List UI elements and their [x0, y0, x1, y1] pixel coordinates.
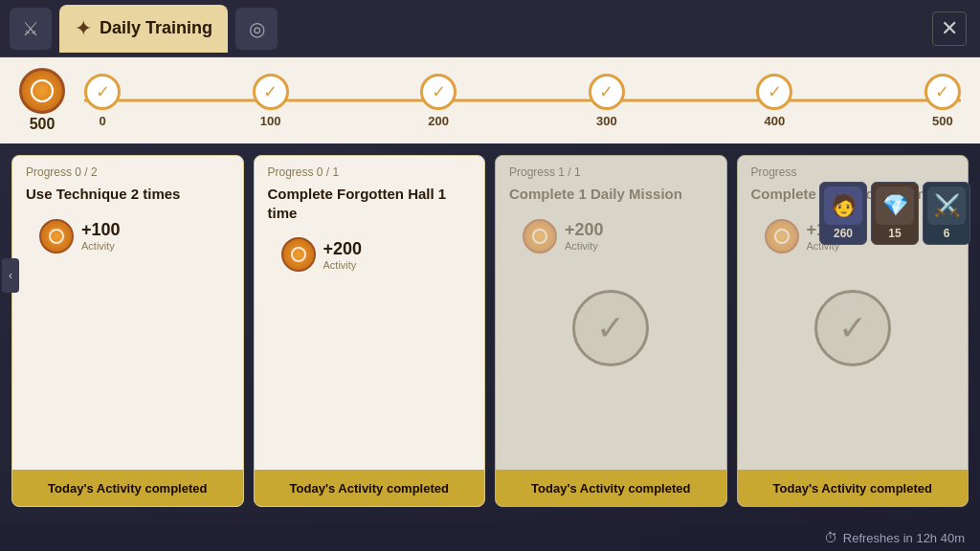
close-icon: ✕ [941, 16, 958, 41]
progress-area: 500 ✓ 0 ✓ 100 ✓ [0, 57, 980, 143]
reward-icon-inner-1 [291, 247, 306, 262]
reward-text-2: +200 Activity [565, 220, 604, 252]
reward-text-0: +100 Activity [81, 220, 121, 252]
card-body-2: Progress 1 / 1 Complete 1 Daily Mission … [496, 156, 726, 470]
reward-icon-inner-2 [532, 229, 547, 244]
refresh-text: ⏱ Refreshes in 12h 40m [824, 530, 965, 545]
reward-area-2: +200 Activity [509, 211, 713, 261]
card-body-1: Progress 0 / 1 Complete Forgotten Hall 1… [255, 156, 485, 470]
reward-item-0: 🧑 260 [819, 182, 867, 245]
points-icon-inner [31, 79, 54, 102]
reward-amount-1: +200 [323, 239, 363, 259]
reward-type-0: Activity [81, 240, 121, 252]
current-points-value: 500 [30, 116, 56, 133]
left-tab-icon: ⚔ [22, 17, 39, 40]
milestone-label-3: 300 [596, 114, 617, 128]
right-tab-icon: ◎ [249, 17, 265, 40]
reward-popup: 🧑 260 💎 15 ⚔️ 6 [819, 182, 970, 245]
reward-icon-0 [39, 219, 74, 253]
reward-item-icon-0: 🧑 [824, 187, 862, 225]
reward-item-1: 💎 15 [871, 182, 919, 245]
footer-text-2: Today's Activity completed [531, 481, 690, 496]
progress-label-3: Progress [751, 165, 955, 179]
reward-amount-2: +200 [565, 220, 604, 240]
top-bar: ⚔ ✦ Daily Training ◎ ✕ [0, 0, 980, 57]
close-button[interactable]: ✕ [932, 11, 967, 46]
daily-training-icon: ✦ [75, 16, 92, 41]
milestone-label-1: 100 [260, 114, 281, 128]
milestone-0: ✓ 0 [84, 74, 121, 128]
refresh-label: Refreshes in 12h 40m [843, 531, 965, 545]
clock-icon: ⏱ [824, 530, 837, 545]
daily-training-tab[interactable]: ✦ Daily Training [59, 5, 228, 53]
completed-overlay-2: ✓ [572, 290, 649, 366]
milestone-5: ✓ 500 [924, 74, 961, 128]
nav-arrow[interactable]: ‹ [2, 258, 19, 293]
milestone-label-4: 400 [765, 114, 786, 128]
tab-icon-left[interactable]: ⚔ [10, 8, 52, 50]
reward-icon-inner-3 [774, 229, 790, 244]
completed-check-2: ✓ [596, 308, 625, 348]
reward-area-1: +200 Activity [268, 230, 472, 279]
milestone-track: ✓ 0 ✓ 100 ✓ 200 [84, 72, 961, 129]
reward-item-2: ⚔️ 6 [923, 182, 970, 245]
milestone-check-2: ✓ [432, 81, 446, 102]
milestone-2: ✓ 200 [420, 74, 457, 128]
task-card-0: Progress 0 / 2 Use Technique 2 times +10… [11, 155, 244, 507]
milestone-circle-1: ✓ [253, 74, 289, 110]
reward-item-icon-2: ⚔️ [927, 187, 966, 225]
milestone-circle-5: ✓ [924, 74, 961, 110]
milestone-check-4: ✓ [768, 81, 782, 102]
completed-overlay-3: ✓ [814, 290, 891, 366]
milestone-check-3: ✓ [599, 81, 613, 102]
main-container: ⚔ ✦ Daily Training ◎ ✕ 500 ✓ [0, 0, 980, 551]
completed-check-3: ✓ [838, 308, 867, 348]
milestone-circle-2: ✓ [420, 74, 457, 110]
card-footer-1[interactable]: Today's Activity completed [255, 470, 485, 506]
footer-text-3: Today's Activity completed [773, 481, 932, 496]
progress-label-2: Progress 1 / 1 [509, 165, 713, 179]
reward-item-count-1: 15 [888, 227, 901, 240]
card-body-0: Progress 0 / 2 Use Technique 2 times +10… [12, 156, 243, 470]
reward-icon-1 [281, 237, 316, 272]
reward-item-count-0: 260 [834, 227, 853, 240]
milestone-circle-0: ✓ [84, 74, 121, 110]
reward-item-count-2: 6 [944, 227, 950, 240]
footer-text-1: Today's Activity completed [290, 481, 449, 496]
milestone-3: ✓ 300 [589, 74, 625, 128]
milestone-check-5: ✓ [935, 81, 949, 102]
reward-area-0: +100 Activity [26, 211, 230, 261]
task-title-2: Complete 1 Daily Mission [509, 185, 713, 204]
footer-text-0: Today's Activity completed [48, 481, 207, 496]
reward-text-1: +200 Activity [323, 239, 363, 271]
milestone-1: ✓ 100 [253, 74, 289, 128]
reward-icon-inner-0 [49, 229, 64, 244]
task-title-1: Complete Forgotten Hall 1 time [268, 185, 472, 222]
milestone-label-2: 200 [428, 114, 449, 128]
milestones: ✓ 0 ✓ 100 ✓ 200 [84, 74, 961, 128]
reward-icon-3 [765, 219, 799, 253]
milestone-label-5: 500 [932, 114, 953, 128]
points-icon [19, 68, 65, 114]
milestone-check-0: ✓ [96, 81, 110, 102]
card-footer-3[interactable]: Today's Activity completed [738, 470, 969, 506]
card-footer-2[interactable]: Today's Activity completed [496, 470, 726, 506]
task-title-0: Use Technique 2 times [26, 185, 230, 204]
progress-label-1: Progress 0 / 1 [268, 165, 472, 179]
reward-type-1: Activity [323, 259, 363, 271]
milestone-circle-3: ✓ [589, 74, 625, 110]
nav-arrow-icon: ‹ [9, 269, 12, 282]
reward-amount-0: +100 [81, 220, 121, 240]
task-card-2: Progress 1 / 1 Complete 1 Daily Mission … [495, 155, 727, 507]
tab-right[interactable]: ◎ [235, 8, 278, 50]
milestone-circle-4: ✓ [756, 74, 792, 110]
milestone-check-1: ✓ [263, 81, 278, 102]
reward-type-2: Activity [565, 240, 604, 252]
milestone-label-0: 0 [99, 114, 105, 128]
task-card-1: Progress 0 / 1 Complete Forgotten Hall 1… [254, 155, 486, 507]
bottom-bar: ⏱ Refreshes in 12h 40m [0, 524, 980, 551]
progress-label-0: Progress 0 / 2 [26, 165, 230, 179]
milestone-4: ✓ 400 [756, 74, 792, 128]
card-footer-0[interactable]: Today's Activity completed [12, 470, 243, 506]
current-points: 500 [19, 68, 65, 133]
